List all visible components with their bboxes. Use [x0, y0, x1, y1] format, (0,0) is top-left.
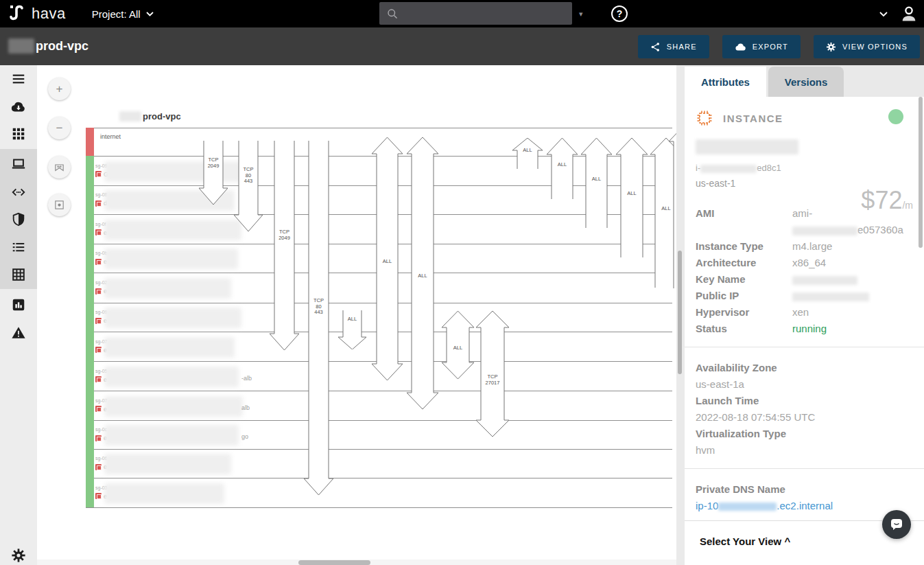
warning-triangle-icon[interactable]	[11, 325, 26, 341]
detail-value: hvm	[696, 442, 913, 459]
panel-scroll-thumb[interactable]	[919, 97, 923, 248]
document-titlebar: prod-vpc SHARE EXPORT	[0, 27, 924, 65]
project-dropdown[interactable]: Project: All	[92, 8, 154, 20]
center-view-button[interactable]	[48, 194, 71, 216]
menu-icon[interactable]	[11, 71, 26, 87]
row-boundary-line	[86, 128, 672, 128]
dns-link[interactable]: ip-10.ec2.internal	[696, 498, 913, 514]
traffic-arrow-label: ALL	[621, 191, 643, 197]
traffic-arrow[interactable]	[547, 138, 578, 199]
ec2-icon	[95, 318, 102, 324]
redacted-title-prefix	[8, 38, 34, 54]
redacted-row-content	[104, 220, 241, 240]
code-icon[interactable]	[11, 185, 26, 200]
zoom-in-button[interactable]: +	[48, 78, 71, 100]
user-avatar-icon[interactable]	[899, 4, 919, 23]
view-options-button[interactable]: VIEW OPTIONS	[814, 35, 920, 58]
share-icon	[650, 42, 661, 52]
cloud-download-icon[interactable]	[11, 100, 26, 115]
traffic-arrow[interactable]	[512, 138, 543, 169]
account-chevron-icon[interactable]	[879, 11, 888, 17]
instance-id: i-ed8c1	[696, 163, 913, 173]
help-button[interactable]: ?	[611, 5, 628, 25]
panel-body: INSTANCE i-ed8c1 us-east-1 $72/m AMIami-…	[685, 97, 924, 520]
chevron-down-icon	[146, 12, 154, 16]
chart-square-icon[interactable]	[11, 297, 26, 312]
attributes-panel: Attributes Versions INSTANCE	[685, 65, 924, 565]
attribute-value: x86_64	[792, 255, 913, 271]
hava-app: hava Project: All ▾ ?	[0, 0, 924, 565]
traffic-arrow-label: ALL	[447, 345, 469, 351]
traffic-arrow-label: ALL	[552, 162, 573, 168]
diagram-canvas[interactable]: prod-vpc + − internetsg-09Gsg-08dsg-0fes…	[37, 65, 676, 560]
detail-label: Availability Zone	[696, 360, 913, 376]
attribute-label: Instance Type	[696, 238, 792, 255]
traffic-arrow[interactable]	[199, 141, 228, 205]
instance-status-dot	[888, 109, 903, 124]
attribute-value	[792, 271, 913, 288]
ec2-icon	[95, 376, 102, 382]
diagram-title-text: prod-vpc	[36, 39, 88, 54]
fit-view-button[interactable]	[48, 156, 71, 178]
redacted-row-content	[104, 249, 238, 269]
vpc-title: prod-vpc	[119, 111, 181, 122]
laptop-icon[interactable]	[11, 157, 26, 172]
instance-chip-icon	[696, 109, 713, 127]
apps-grid-icon[interactable]	[11, 126, 26, 141]
security-group-suffix: go	[241, 433, 248, 440]
attribute-value: running	[792, 321, 913, 337]
traffic-arrow-label: TCP 27017	[481, 374, 504, 386]
list-icon[interactable]	[11, 240, 26, 255]
redacted-row-content	[104, 367, 239, 387]
shield-icon[interactable]	[11, 212, 26, 227]
chat-bubble-button[interactable]	[882, 510, 911, 539]
zoom-out-button[interactable]: −	[48, 117, 71, 139]
canvas-vscroll-thumb[interactable]	[678, 251, 682, 374]
traffic-arrow[interactable]	[234, 141, 263, 231]
traffic-arrow[interactable]	[304, 141, 333, 495]
ec2-icon	[95, 171, 102, 177]
instance-details: Availability Zoneus-east-1aLaunch Time20…	[685, 347, 924, 469]
ec2-icon	[95, 259, 102, 265]
traffic-arrow-label: TCP 2049	[204, 157, 223, 169]
ec2-icon	[95, 493, 102, 499]
traffic-arrow-label: ALL	[517, 148, 538, 154]
redacted-instance-name	[696, 139, 798, 154]
row-boundary-line	[86, 391, 672, 391]
traffic-arrow-label: TCP 80 443	[309, 298, 329, 316]
tab-attributes[interactable]: Attributes	[685, 67, 766, 97]
attribute-label: Hypervisor	[696, 304, 792, 321]
instance-attributes: AMIami-e057360aInstance Typem4.largeArch…	[696, 205, 913, 337]
traffic-arrow-label: ALL	[343, 316, 362, 323]
ec2-icon	[95, 464, 102, 470]
row-boundary-line	[86, 420, 672, 421]
global-search[interactable]	[379, 2, 572, 25]
table-grid-icon[interactable]	[11, 267, 26, 282]
canvas-hscroll-thumb[interactable]	[298, 560, 370, 565]
search-input[interactable]	[403, 8, 560, 19]
export-button[interactable]: EXPORT	[722, 35, 801, 58]
fit-view-icon	[54, 161, 65, 173]
settings-gear-icon[interactable]	[11, 548, 26, 563]
panel-tabbar: Attributes Versions	[685, 65, 924, 97]
redacted-row-content	[104, 454, 231, 474]
share-button[interactable]: SHARE	[638, 35, 709, 58]
select-your-view[interactable]: Select Your View ^	[700, 535, 790, 547]
redacted-row-content	[104, 396, 243, 417]
row-boundary-line	[86, 449, 672, 450]
internet-label: internet	[100, 133, 121, 140]
attribute-label: Key Name	[696, 271, 792, 288]
traffic-arrow[interactable]	[270, 141, 299, 350]
search-scope-caret[interactable]: ▾	[579, 10, 583, 19]
detail-value: 2022-08-18 07:54:55 UTC	[696, 409, 913, 426]
ec2-icon	[95, 200, 102, 207]
attribute-value: m4.large	[792, 238, 913, 255]
traffic-arrow[interactable]	[616, 138, 648, 257]
detail-label: Virtualization Type	[696, 426, 913, 442]
hava-logo-icon	[7, 3, 27, 24]
gear-icon	[826, 42, 836, 52]
traffic-arrow[interactable]	[581, 138, 612, 228]
top-navbar: hava Project: All ▾ ?	[0, 0, 924, 27]
tab-versions[interactable]: Versions	[768, 67, 844, 97]
hava-logo[interactable]: hava	[7, 3, 66, 24]
